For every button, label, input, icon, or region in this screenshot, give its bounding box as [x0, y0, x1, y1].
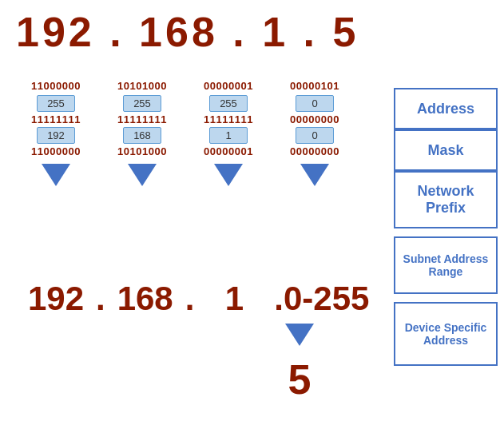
mask-binary-3: 11111111: [204, 113, 253, 125]
input-binary-3: 00000001: [204, 80, 253, 92]
bottom-octet-2: 168: [105, 280, 185, 318]
input-binary-4: 00000101: [290, 80, 339, 92]
prefix-binary-4: 00000000: [290, 145, 339, 157]
mask-binary-4: 00000000: [290, 113, 339, 125]
octet-col-4: 00000101 0 00000000 0 00000000: [275, 80, 355, 189]
input-binary-1: 11000000: [31, 80, 81, 92]
mask-box-label: Mask: [394, 129, 498, 171]
arrow-to-device: [285, 324, 314, 346]
arrow-down-3: [214, 164, 243, 186]
right-panel: Address Mask Network Prefix Subnet Addre…: [394, 88, 498, 366]
bottom-octet-1: 192: [16, 280, 96, 318]
mask-box-2: 255: [123, 95, 161, 112]
octet-col-1: 11000000 255 11111111 192 11000000: [16, 80, 96, 189]
device-specific-value: 5: [276, 355, 323, 403]
bottom-dot-2: .: [185, 280, 195, 318]
arrow-down-4: [300, 164, 329, 186]
bottom-range: 0-255: [284, 280, 369, 318]
bottom-dot-1: .: [96, 280, 105, 318]
result-decimal-4: 0: [296, 127, 334, 144]
mask-box-3: 255: [209, 95, 248, 112]
mask-box-4: 0: [296, 95, 334, 112]
arrow-down-2: [128, 164, 157, 186]
mask-binary-2: 11111111: [117, 113, 167, 125]
prefix-binary-2: 10101000: [117, 145, 167, 157]
device-specific-box: Device Specific Address: [394, 302, 498, 366]
octet-col-3: 00000001 255 11111111 1 00000001: [189, 80, 268, 189]
prefix-binary-1: 11000000: [31, 145, 81, 157]
prefix-binary-3: 00000001: [204, 145, 253, 157]
bottom-dot-3: .: [274, 280, 284, 318]
result-decimal-1: 192: [37, 127, 75, 144]
result-decimal-2: 168: [123, 127, 161, 144]
subnet-range-box: Subnet Address Range: [394, 236, 498, 294]
diagram-area: 11000000 255 11111111 192 11000000 10101…: [16, 80, 355, 189]
network-prefix-box: Network Prefix: [394, 171, 498, 228]
bottom-ip-row: 192 . 168 . 1 . 0-255: [16, 280, 369, 318]
arrow-down-1: [42, 164, 70, 186]
dot-sep-1: [96, 80, 102, 128]
top-ip-display: 192 . 168 . 1 . 5: [16, 8, 359, 56]
result-decimal-3: 1: [209, 127, 248, 144]
input-binary-2: 10101000: [117, 80, 167, 92]
mask-box-1: 255: [37, 95, 75, 112]
octet-col-2: 10101000 255 11111111 168 10101000: [102, 80, 182, 189]
bottom-octet-3: 1: [194, 280, 274, 318]
mask-binary-1: 11111111: [31, 113, 81, 125]
address-box: Address: [394, 88, 498, 129]
